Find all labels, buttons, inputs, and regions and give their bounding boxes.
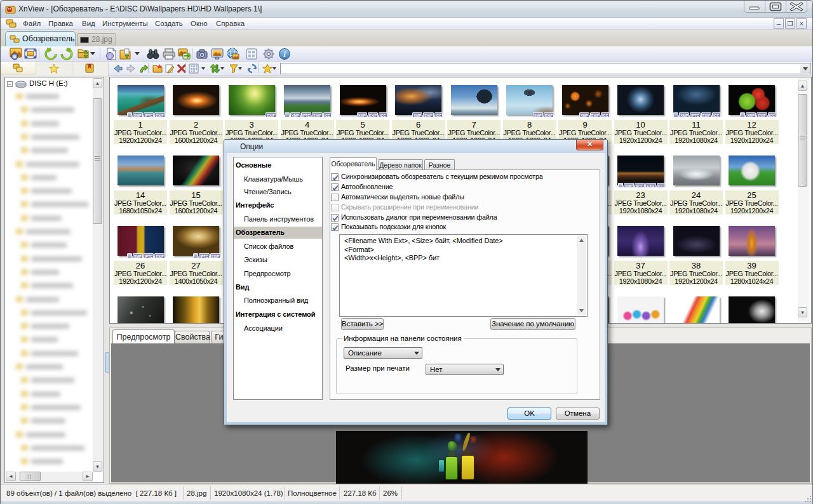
svg-text:i: i xyxy=(283,50,286,59)
svg-text:i: i xyxy=(109,53,111,60)
